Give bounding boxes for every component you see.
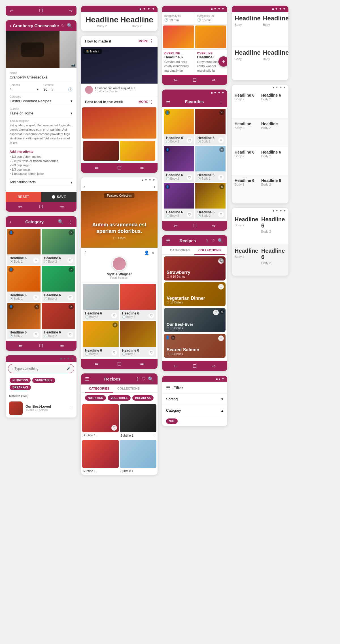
nav-forward-icon[interactable]: ⇨ [212,364,216,369]
collection-item[interactable]: Headline 6 🕐 Body 2 ♡ [83,284,119,320]
breakfast-chip[interactable]: BREAKFAS [10,385,31,390]
searedsalmon-item[interactable]: Seared Salmon ☐ 16 Dishes 👤 ✕ ♡ [164,334,226,358]
close-icon[interactable]: ✕ [112,322,118,328]
close-icon[interactable]: ✕ [34,304,39,309]
tab-collections[interactable]: COLLECTIONS [194,246,225,255]
back-icon[interactable]: ⇦ [10,8,13,13]
strawberry-item[interactable]: Strawberry ☐ 0 16 Dishes ♡ ✕ [164,256,226,280]
persons-select[interactable]: 4 ▾ [10,87,39,93]
nav-home-icon[interactable]: ☐ [193,223,197,228]
video-thumbnail[interactable]: 📸 Made it ▶ [81,47,158,84]
search-icon[interactable]: 🔍 [148,376,154,382]
nav-home-icon[interactable]: ☐ [193,77,197,83]
nav-home-icon[interactable]: ☐ [117,361,121,367]
share-icon[interactable]: ⇧ [205,238,209,243]
menu-icon[interactable]: ☰ [166,99,170,104]
settime-select[interactable]: 30 min 🕐 [43,87,73,93]
share-icon[interactable]: ⇧ [136,376,139,382]
vegdinner-item[interactable]: Vegetarian Dinner ☐ 16 Dishes ♡ [164,282,226,306]
more-icon[interactable]: ⋮ [149,39,154,44]
search-input-wrapper[interactable]: ‹ 🎤 [8,364,74,373]
close-icon[interactable]: ✕ [171,335,175,340]
search-input[interactable] [14,367,66,371]
heart-icon[interactable]: ♡ [33,332,39,337]
search-icon[interactable]: 🔍 [67,23,73,28]
fav-item-2[interactable]: ✕ Headline 6 🕐 Body 2 ♡ [195,109,226,145]
category-item[interactable]: ✕ Headline 6 🕐 Body 2 ♡ [42,303,75,339]
nav-forward-icon[interactable]: ⇨ [212,223,216,228]
tab-collections[interactable]: COLLECTIONS [113,384,144,392]
category-item[interactable]: Category ▴ [162,405,227,416]
fav-item-6[interactable]: ✕ Headline 6 🕐 Body 2 ♡ [195,183,226,219]
close-icon[interactable]: ✕ [219,184,224,189]
nav-home-icon[interactable]: ☐ [39,343,43,348]
close-icon[interactable]: ✕ [219,147,224,152]
close-icon[interactable]: ✕ [69,267,74,272]
nav-forward-icon[interactable]: ⇨ [212,77,216,83]
collection-item[interactable]: Headline 6 🕐 Body 2 ♡ [120,321,156,357]
fav-item-5[interactable]: 👤 Headline 6 🕐 Body 2 ♡ [164,183,194,219]
nav-home-icon[interactable]: ☐ [39,204,43,209]
search-icon[interactable]: 🔍 [218,238,223,243]
nav-back-icon[interactable]: ⇦ [95,361,98,367]
fab-plus-button[interactable]: + [218,56,227,67]
tab-categories[interactable]: CATEGORIES [85,384,113,393]
menu-icon[interactable]: ☰ [85,376,89,382]
vegetable-chip[interactable]: VEGETABLE [32,378,55,383]
mic-icon[interactable]: 🎤 [66,367,71,371]
nav-home-icon[interactable]: ☐ [117,165,121,171]
nav-forward-icon[interactable]: ⇨ [60,204,64,209]
bestever-item[interactable]: Our Best-Ever ☐ 16 Dishes ✕ ♡ [164,308,226,332]
prev-icon[interactable]: ‹ [83,184,85,190]
heart-icon[interactable]: ♡ [111,350,117,356]
category-item[interactable]: 👤 Headline 6 🕐 Body 2 ♡ [7,266,41,302]
nav-back-icon[interactable]: ⇦ [95,165,98,171]
search-result[interactable]: Our Best-Loved 15 min • 3 person ♡ [6,399,76,418]
collection-item[interactable]: Headline 6 🕐 Body 2 ♡ [120,284,156,320]
heart-icon[interactable]: ♡ [211,238,215,243]
menu-icon[interactable]: ☰ [166,238,170,243]
category-item[interactable]: 👤 Headline 6 🕐 Body 2 ♡ [7,229,41,265]
fav-item-4[interactable]: ✕ Headline 6 🕐 Body 2 ♡ [195,146,226,182]
heart-icon[interactable]: ♡ [148,350,154,356]
heart-icon[interactable]: ♡ [67,258,73,263]
fav-item-1[interactable]: 👤 Headline 6 🕐 Body 2 ♡ [164,109,194,145]
square-icon[interactable]: ☐ [39,8,43,13]
nav-back-icon[interactable]: ⇦ [174,223,177,228]
heart-icon[interactable]: ♡ [153,433,156,437]
heart-icon[interactable]: ♡ [148,313,154,318]
nutrition-chip[interactable]: NUTRITION [10,378,31,383]
heart-icon[interactable]: ♡ [111,313,117,318]
heart-icon[interactable]: ♡ [67,295,73,300]
category-item[interactable]: ✕ Headline 6 🕐 Body 2 ♡ [42,229,75,265]
nutrition-select[interactable]: Add nitrition facts ▾ [10,178,73,186]
reset-button[interactable]: RESET [6,192,41,202]
nav-home-icon[interactable]: ☐ [193,364,197,369]
heart-icon[interactable]: ♡ [67,332,73,337]
name-value[interactable]: Cranberry Cheesecake [10,75,73,81]
nav-forward-icon[interactable]: ⇨ [140,361,144,367]
cuisine-select[interactable]: Taste of Home ▾ [10,111,73,117]
vegetable-chip[interactable]: VEGETABLE [108,395,130,401]
sorting-item[interactable]: Sorting ▾ [162,394,227,405]
menu-icon[interactable]: ☰ [166,385,170,390]
close-icon[interactable]: ✕ [151,250,155,255]
nav-back-icon[interactable]: ⇦ [174,77,177,83]
more-icon[interactable]: ⋮ [149,99,154,105]
close-icon[interactable]: ✕ [69,230,74,235]
collection-item[interactable]: Headline 6 🕐 Body 2 ✕ ♡ [83,321,119,357]
close-icon[interactable]: ✕ [219,110,224,115]
more-icon[interactable]: ⋮ [68,219,73,224]
heart-icon[interactable]: ♡ [33,295,39,300]
next-icon[interactable]: › [154,184,155,190]
nav-forward-icon[interactable]: ⇨ [140,165,144,171]
nav-back-icon[interactable]: ⇦ [18,343,22,348]
back-icon[interactable]: ‹ [10,219,11,224]
description-text[interactable]: Est quidem aliquid. Dolorem sed et fugia… [10,123,73,148]
nav-back-icon[interactable]: ⇦ [174,364,177,369]
category-item[interactable]: ✕ Headline 6 🕐 Body 2 ♡ [42,266,75,302]
nav-forward-icon[interactable]: ⇨ [60,343,64,348]
search-icon[interactable]: 🔍 [58,219,63,224]
category-select[interactable]: Easter Breakfast Recipes ▾ [10,99,73,105]
heart-icon[interactable]: ♡ [69,405,73,411]
